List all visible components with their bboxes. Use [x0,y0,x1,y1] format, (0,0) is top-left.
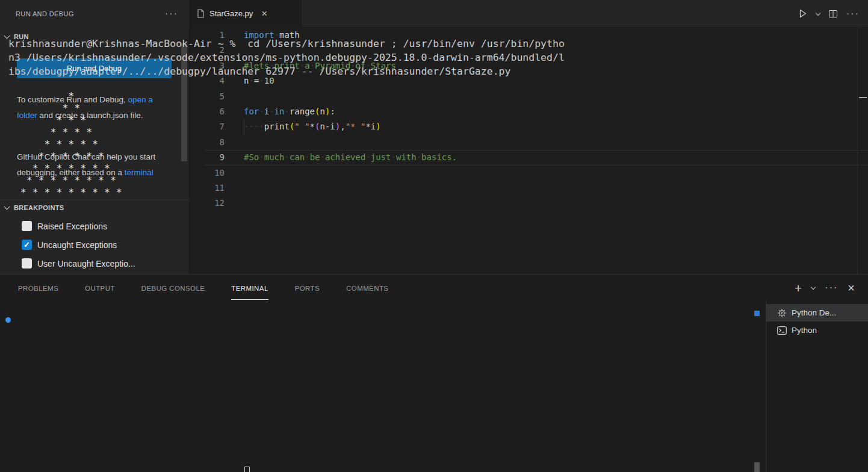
checkbox-unchecked[interactable] [22,258,32,269]
terminal-list-label: Python De... [792,308,836,317]
terminal-output-line: * * * * * * * * [8,175,749,187]
new-terminal-button[interactable]: + [795,282,802,294]
terminal-command-line: krishnasunder@Krishnas-MacBook-Air ~ % c… [8,37,749,51]
panel-more-actions-icon[interactable]: ··· [825,282,838,293]
breakpoint-row: Raised Exceptions [22,221,107,231]
terminal-output[interactable]: krishnasunder@Krishnas-MacBook-Air ~ % c… [8,37,749,199]
panel-tab-debug-console[interactable]: DEBUG CONSOLE [141,276,205,299]
file-icon [197,9,205,18]
terminal-output-line: * * * * [8,126,749,138]
terminal-icon [777,326,787,335]
vscode-window: RUN AND DEBUG ··· RUN Run and Debug To c… [0,0,868,472]
close-panel-button[interactable]: × [848,282,855,294]
terminal-output-line: * * * [8,114,749,126]
overview-ruler [857,27,858,274]
play-icon [798,8,808,19]
close-tab-icon[interactable]: × [261,8,267,19]
terminal-command-line: ibs/debugpy/adapter/../../debugpy/launch… [8,64,749,78]
terminal-scrollbar[interactable] [754,462,760,472]
terminal-list-label: Python [792,326,817,335]
overview-ruler-cursor-mark [859,97,867,98]
editor-tab-bar: StarGaze.py × ··· [190,0,868,27]
terminal-scrollbar-command-mark [754,311,760,316]
breakpoint-label: User Uncaught Exceptio... [37,259,135,269]
tab-filename: StarGaze.py [209,9,253,18]
panel-tab-comments[interactable]: COMMENTS [346,276,388,299]
debug-console-icon [777,308,787,318]
terminal-list-item-python[interactable]: Python [766,321,868,339]
terminal-output-line: * * * * * * [8,151,749,163]
terminal-command-line: n3 /Users/krishnasunder/.vscode/extensio… [8,51,749,64]
terminal-output-line: * * * * * * * [8,163,749,175]
terminal-cursor [244,467,250,472]
panel-tab-output[interactable]: OUTPUT [85,276,115,299]
close-icon: × [848,282,855,294]
sidebar-title: RUN AND DEBUG [16,10,74,17]
tab-stargaze-py[interactable]: StarGaze.py × [190,0,302,27]
breakpoint-label: Raised Exceptions [37,222,107,231]
command-success-decoration[interactable] [5,317,11,323]
breakpoint-row: User Uncaught Exceptio... [22,258,135,269]
run-options-chevron-icon[interactable] [816,10,820,15]
checkbox-unchecked[interactable] [22,221,32,231]
split-editor-icon [828,9,838,19]
panel-tab-problems[interactable]: PROBLEMS [18,276,58,299]
sidebar-more-actions-icon[interactable]: ··· [165,8,178,19]
run-python-file-button[interactable] [798,8,808,19]
breakpoints-section-label: BREAKPOINTS [14,204,64,211]
terminal-output-line: * [8,90,749,102]
terminal-output-line: * * [8,102,749,114]
bottom-panel: PROBLEMSOUTPUTDEBUG CONSOLETERMINALPORTS… [0,274,868,472]
terminal-output-line: * * * * * * * * * [8,187,749,199]
panel-tab-ports[interactable]: PORTS [295,276,320,299]
breakpoints-section: BREAKPOINTS [0,199,190,207]
panel-tab-terminal[interactable]: TERMINAL [231,276,268,300]
terminal-output-line: * * * * * [8,138,749,151]
breakpoint-row: ✓Uncaught Exceptions [22,240,117,250]
checkbox-checked[interactable]: ✓ [22,240,32,250]
terminal-list-item-python-de-[interactable]: Python De... [766,304,868,321]
editor-more-actions-icon[interactable]: ··· [846,8,860,19]
panel-tab-bar: PROBLEMSOUTPUTDEBUG CONSOLETERMINALPORTS… [18,275,388,301]
breakpoints-section-header[interactable]: BREAKPOINTS [5,204,194,211]
plus-icon: + [795,282,802,294]
breakpoint-label: Uncaught Exceptions [37,240,117,250]
terminal-profile-chevron-icon[interactable] [811,285,816,290]
chevron-down-icon [4,204,10,210]
terminal-tabs-list: Python De...Python [766,304,868,339]
split-editor-button[interactable] [828,9,838,19]
check-icon: ✓ [23,241,30,249]
terminal-output-line [8,78,749,90]
